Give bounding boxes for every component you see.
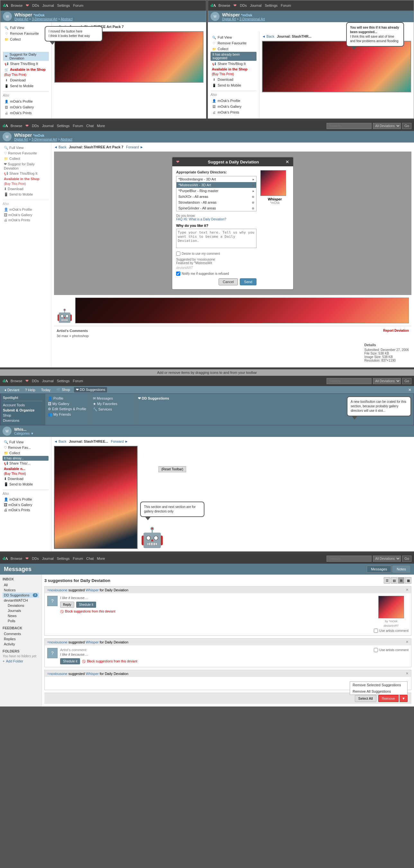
inbox-news[interactable]: News: [6, 613, 39, 618]
sidebar-suggest-dd[interactable]: ❤ Suggest for Daily Deviation: [3, 52, 49, 61]
director-2[interactable]: *PurpelBlur - Ring master ▸: [176, 188, 256, 194]
inbox-journals[interactable]: Journals: [6, 608, 39, 613]
director-0[interactable]: *Bloodredangre - 3D Art ▸: [176, 176, 256, 182]
nav-settings-m[interactable]: Settings: [57, 124, 70, 128]
director-3[interactable]: SchiXOr - All areas ⊕: [176, 194, 256, 199]
nav-more-msg[interactable]: More: [97, 557, 105, 560]
block-link-1[interactable]: Block suggestions from this deviant: [60, 610, 115, 613]
nav-settings-msg[interactable]: Settings: [57, 557, 70, 560]
reset-toolbar-btn[interactable]: (Reset Toolbar): [159, 466, 186, 472]
mega-profile[interactable]: 👤 Profile: [48, 396, 88, 401]
mega-my-favorites[interactable]: ★ My Favorites: [93, 401, 132, 407]
nav-forum-m[interactable]: Forum: [73, 124, 83, 128]
inbox-deviantwatch[interactable]: deviantWATCH: [3, 598, 39, 603]
use-artists-checkbox-2[interactable]: [374, 648, 378, 652]
nav-journal-r[interactable]: Journal: [250, 4, 262, 7]
toolbar-help[interactable]: ? Help: [23, 388, 37, 393]
inbox-all[interactable]: All: [3, 582, 39, 587]
sidebar-collect-r[interactable]: 📁Collect: [211, 46, 256, 52]
nav-browse[interactable]: Browse: [11, 4, 23, 7]
sidebar-mosk-profile[interactable]: 👤 mOsk's Profile: [3, 98, 49, 104]
modal-close-btn[interactable]: ✕: [285, 159, 289, 164]
nav-settings-r[interactable]: Settings: [265, 4, 278, 7]
sidebar-full-view-r[interactable]: 🔍Full View: [211, 34, 256, 40]
sidebar-mosk-gallery[interactable]: 🖼 mOsk's Gallery: [3, 104, 49, 110]
sidebar-collect[interactable]: 📁 Collect: [3, 36, 49, 42]
search-select-messages[interactable]: All Deviations: [373, 556, 401, 562]
view-list-btn[interactable]: ☰: [384, 577, 390, 584]
nav-forum-t[interactable]: Forum: [73, 379, 83, 383]
nav-dds-t[interactable]: DDs: [32, 379, 39, 383]
remove-btn[interactable]: Remove: [378, 695, 399, 702]
notes-tab[interactable]: Notes: [392, 566, 410, 573]
nav-browse-t[interactable]: Browse: [11, 379, 23, 383]
inbox-replies[interactable]: Replies: [3, 637, 39, 642]
nav-dds-r[interactable]: DDs: [240, 4, 246, 7]
search-go-messages[interactable]: Go: [402, 556, 411, 562]
view-compact-btn[interactable]: ▦: [405, 577, 411, 584]
toolbar-shop[interactable]: 🛒 Shop: [54, 387, 72, 393]
search-select-modal[interactable]: All Deviations: [373, 123, 401, 129]
back-link-t[interactable]: ◄ Back: [54, 439, 66, 443]
sidebar-share[interactable]: 📢 Share This/Blog It: [3, 61, 49, 67]
search-input-messages[interactable]: [326, 556, 372, 562]
artwork-link-3[interactable]: Whisper: [86, 672, 99, 676]
sidebar-mosk-prints[interactable]: 🖨 mOsk's Prints: [3, 110, 49, 116]
nav-browse-msg[interactable]: Browse: [11, 557, 23, 560]
view-grid-btn[interactable]: ⊞: [398, 577, 404, 584]
shedule-btn-2[interactable]: Shedule it: [60, 658, 80, 664]
search-go-toolbar[interactable]: Go: [402, 378, 411, 384]
mega-messages[interactable]: ✉ Messages: [93, 396, 132, 401]
director-1[interactable]: *MistressWit - 3D Art ▾: [176, 182, 256, 188]
why-textarea[interactable]: [176, 229, 256, 248]
inbox-notices[interactable]: Notices: [3, 587, 39, 593]
nav-journal-m[interactable]: Journal: [42, 124, 54, 128]
msg-card-1-close[interactable]: ✕: [406, 588, 409, 592]
forward-link-modal[interactable]: Forward ►: [126, 145, 143, 149]
sidebar-buy-print[interactable]: (Buy This Print): [3, 72, 49, 77]
artwork-link-1[interactable]: Whisper: [86, 588, 99, 592]
mega-dd-suggestions[interactable]: ❤ DD Suggestions: [138, 396, 178, 401]
add-folder-btn[interactable]: + Add Folder: [3, 659, 39, 663]
nav-forum[interactable]: Forum: [73, 4, 83, 7]
sidebar-prints-r[interactable]: 🖨mOsk's Prints: [211, 110, 256, 115]
nav-browse-r[interactable]: Browse: [218, 4, 231, 7]
msg-card-3-close[interactable]: ✕: [406, 672, 409, 676]
search-go-btn[interactable]: Go: [402, 123, 411, 129]
mega-diversions[interactable]: Diversions: [3, 418, 42, 423]
sidebar-send-mobile[interactable]: 📱 Send to Mobile: [3, 83, 49, 89]
nav-dds-m[interactable]: DDs: [32, 124, 39, 128]
nav-settings-t[interactable]: Settings: [57, 379, 70, 383]
desire-checkbox[interactable]: [176, 252, 180, 256]
inbox-comments[interactable]: Comments: [3, 631, 39, 637]
nav-dds-msg[interactable]: DDs: [32, 557, 39, 560]
sidebar-available-shop-r[interactable]: Available in the Shop: [211, 67, 256, 72]
inbox-polls[interactable]: Polls: [6, 618, 39, 623]
use-artists-checkbox-1[interactable]: [374, 629, 378, 633]
use-artists-comment-2[interactable]: Use artists comment: [374, 648, 409, 652]
artwork-link-2[interactable]: Whisper: [86, 640, 99, 644]
sidebar-remove-fav-r[interactable]: ♡Remove Favourite: [211, 40, 256, 46]
search-input-modal[interactable]: [326, 123, 372, 129]
sidebar-available-shop[interactable]: 🛒 Available in the Shop: [3, 67, 49, 72]
mega-shop[interactable]: Shop: [3, 413, 42, 418]
mega-edit-settings[interactable]: ⚙ Edit Settings & Profile: [48, 406, 88, 412]
director-4[interactable]: Strowlandson - All areas ⊕: [176, 199, 256, 205]
nav-more-m[interactable]: More: [97, 124, 105, 128]
toolbar-close-btn[interactable]: ✕: [408, 388, 411, 392]
inbox-deviations[interactable]: Deviations: [6, 603, 39, 608]
toolbar-deviant[interactable]: ♦ Deviant: [3, 388, 21, 393]
back-link-r[interactable]: ◄ Back: [262, 34, 274, 38]
forward-link-t[interactable]: Forward ►: [111, 439, 128, 443]
director-5[interactable]: SpineGrinder - All areas ⊕: [176, 205, 256, 211]
toolbar-today[interactable]: Today: [39, 388, 53, 393]
suggester-1[interactable]: =noxiousone: [47, 588, 68, 592]
sidebar-remove-fav[interactable]: ♡ Remove Favourite: [3, 31, 49, 36]
reply-btn-1[interactable]: Reply: [60, 601, 74, 608]
nav-chat-m[interactable]: Chat: [86, 124, 94, 128]
search-input-toolbar[interactable]: [326, 378, 372, 384]
remove-all-item[interactable]: Remove All Suggestions: [350, 688, 407, 694]
inbox-dd-suggestions[interactable]: DD Suggestions 3: [3, 593, 39, 598]
block-link-2[interactable]: Block suggestions from this deviant: [82, 658, 137, 664]
remove-selected-item[interactable]: Remove Selected Suggestions: [350, 682, 407, 688]
